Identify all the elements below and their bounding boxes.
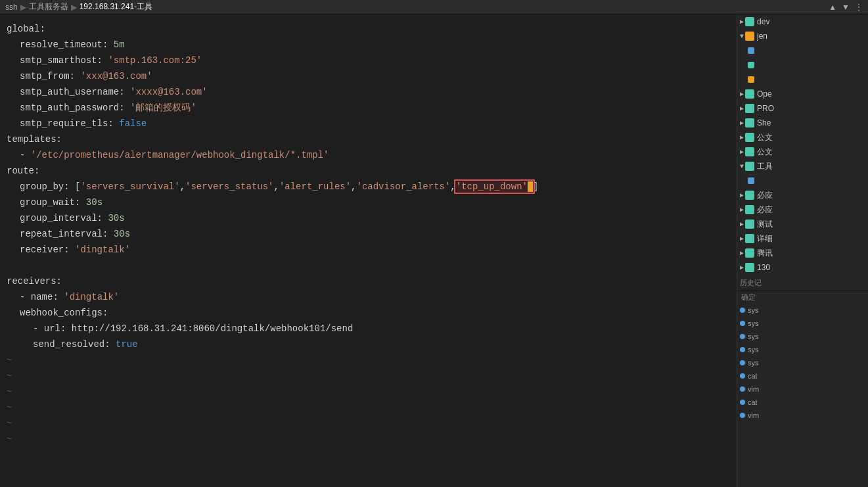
chevron-right-icon: ▶ — [740, 104, 744, 112]
chevron-down-icon: ▼ — [740, 163, 744, 170]
chevron-right-icon: ▶ — [740, 90, 744, 98]
sidebar-subitem[interactable] — [737, 72, 868, 87]
history-dot — [740, 321, 745, 326]
folder-icon — [745, 263, 754, 272]
sidebar-folder-detail[interactable]: ▶ 详细 — [737, 231, 868, 246]
code-line: group_wait: 30s — [0, 195, 832, 210]
menu-icon[interactable]: ⋮ — [855, 3, 863, 12]
history-text: vim — [748, 411, 759, 419]
history-item[interactable]: sys — [737, 356, 868, 369]
tab-ssh[interactable]: ssh — [5, 3, 18, 12]
chevron-right-icon: ▶ — [740, 18, 744, 26]
code-line-tilde: ~ — [0, 415, 832, 431]
folder-label: Ope — [757, 89, 772, 99]
code-line-tilde: ~ — [0, 400, 832, 415]
folder-label: 公文 — [757, 132, 773, 143]
sidebar-folder-gongwen[interactable]: ▶ 公文 — [737, 130, 868, 145]
folder-icon — [745, 89, 754, 99]
sidebar-folder-dev[interactable]: ▶ dev — [737, 14, 868, 29]
code-line-group-by: group_by: ['servers_survival','servers_s… — [0, 179, 832, 195]
code-line: resolve_timeout: 5m — [0, 37, 832, 53]
folder-icon — [745, 133, 754, 142]
history-text: sys — [748, 346, 759, 354]
folder-icon — [745, 191, 754, 200]
folder-label: 130 — [757, 263, 770, 272]
folder-label: 测试 — [757, 219, 773, 230]
history-dot — [740, 373, 745, 379]
sidebar-subitem[interactable] — [737, 58, 868, 72]
history-dot — [740, 400, 745, 405]
file-icon — [748, 47, 754, 54]
history-dot — [740, 413, 745, 418]
history-item[interactable]: cat — [737, 396, 868, 409]
code-line: templates: — [0, 131, 832, 147]
folder-icon — [745, 147, 754, 156]
chevron-right-icon: ▶ — [740, 220, 744, 228]
history-text: sys — [748, 359, 759, 367]
code-line-tilde: ~ — [0, 368, 832, 384]
folder-icon — [745, 248, 754, 258]
tab-active[interactable]: 192.168.31.241-工具 — [80, 1, 152, 12]
tab-bar: ssh ▶ 工具服务器 ▶ 192.168.31.241-工具 ▲ ▼ ⋮ — [0, 0, 868, 14]
file-icon — [748, 62, 754, 68]
sidebar-folder-ope[interactable]: ▶ Ope — [737, 87, 868, 101]
history-item[interactable]: sys — [737, 317, 868, 330]
tab-server[interactable]: 工具服务器 — [29, 1, 68, 12]
history-text: sys — [748, 333, 759, 340]
code-line: webhook_configs: — [0, 305, 832, 321]
history-text: sys — [748, 306, 759, 314]
sidebar-folder-biying2[interactable]: ▶ 必应 — [737, 202, 868, 217]
sidebar-folder-test[interactable]: ▶ 测试 — [737, 217, 868, 231]
code-line: send_resolved: true — [0, 336, 832, 352]
folder-label: jen — [757, 32, 767, 41]
code-line: receivers: — [0, 273, 832, 289]
folder-icon — [745, 17, 754, 26]
sidebar-folder-gongwen2[interactable]: ▶ 公文 — [737, 145, 868, 159]
code-line: smtp_smarthost: 'smtp.163.com:25' — [0, 53, 832, 68]
sidebar-folder-biying[interactable]: ▶ 必应 — [737, 188, 868, 202]
history-text: vim — [748, 385, 759, 393]
code-line-tilde: ~ — [0, 352, 832, 368]
chevron-right-icon: ▶ — [740, 133, 744, 141]
folder-label: 工具 — [757, 161, 773, 172]
scroll-down-icon[interactable]: ▼ — [842, 3, 850, 12]
folder-label: 必应 — [757, 204, 773, 216]
history-item[interactable]: sys — [737, 304, 868, 317]
sidebar-folder-pro[interactable]: ▶ PRO — [737, 101, 868, 116]
sidebar-subitem[interactable] — [737, 43, 868, 58]
history-text: sys — [748, 319, 759, 327]
sidebar-folder-tools[interactable]: ▼ 工具 — [737, 159, 868, 174]
sidebar-subitem[interactable] — [737, 174, 868, 188]
folder-icon — [745, 220, 754, 229]
folder-label: dev — [757, 17, 769, 26]
code-line — [0, 258, 832, 273]
history-item[interactable]: vim — [737, 383, 868, 396]
sidebar-folder-jen[interactable]: ▼ jen — [737, 29, 868, 43]
editor-area[interactable]: global: resolve_timeout: 5m smtp_smartho… — [0, 14, 832, 487]
code-line: route: — [0, 163, 832, 179]
code-line: - '/etc/prometheus/alertmanager/webhook_… — [0, 147, 832, 163]
history-item[interactable]: sys — [737, 343, 868, 356]
main-layout: global: resolve_timeout: 5m smtp_smartho… — [0, 14, 868, 487]
sidebar-folder-tengxun[interactable]: ▶ 腾讯 — [737, 246, 868, 260]
sidebar-folder-she[interactable]: ▶ She — [737, 116, 868, 130]
folder-label: 详细 — [757, 233, 773, 244]
sidebar-folder-130[interactable]: ▶ 130 — [737, 260, 868, 275]
history-item[interactable]: sys — [737, 330, 868, 343]
history-dot — [740, 308, 745, 313]
history-item[interactable]: cat — [737, 369, 868, 383]
history-text: cat — [748, 372, 758, 380]
chevron-right-icon: ▶ — [740, 235, 744, 243]
code-line: smtp_auth_username: 'xxxx@163.com' — [0, 84, 832, 100]
code-line: global: — [0, 21, 832, 37]
code-line: receiver: 'dingtalk' — [0, 242, 832, 258]
history-dot — [740, 347, 745, 352]
history-text: cat — [748, 398, 758, 406]
code-line-tilde: ~ — [0, 431, 832, 447]
scroll-up-icon[interactable]: ▲ — [829, 3, 836, 12]
history-label: 历史记 — [740, 279, 762, 287]
history-section: 历史记 — [737, 275, 868, 290]
folder-label: PRO — [757, 104, 774, 113]
history-item[interactable]: vim — [737, 409, 868, 422]
chevron-right-icon: ▶ — [740, 148, 744, 156]
